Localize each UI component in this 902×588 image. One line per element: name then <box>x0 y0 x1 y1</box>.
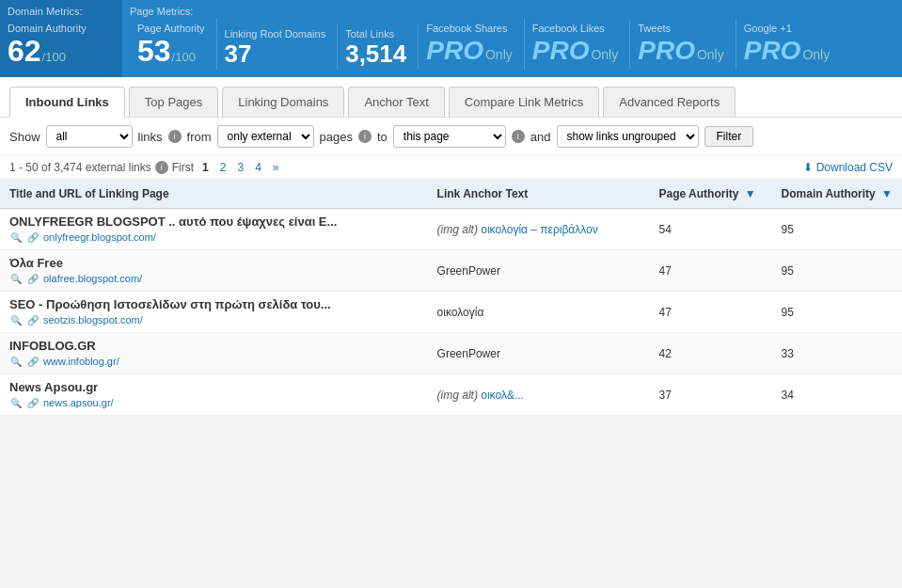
row-0-url-row: 🔍🔗onlyfreegr.blogspot.com/ <box>9 230 419 244</box>
facebook-shares-block: Facebook Shares PRO Only <box>419 19 524 70</box>
col-anchor: Link Anchor Text <box>428 180 650 209</box>
facebook-shares-pro-text: PRO <box>426 36 483 66</box>
tweets-only-text: Only <box>697 47 724 62</box>
first-label: First <box>172 161 194 174</box>
results-summary: 1 - 50 of 3,474 external links <box>9 161 151 174</box>
filter-button[interactable]: Filter <box>704 126 754 147</box>
facebook-shares-label: Facebook Shares <box>426 23 507 34</box>
to-info-icon[interactable]: i <box>512 130 525 143</box>
tabs-container: Inbound Links Top Pages Linking Domains … <box>0 77 902 118</box>
facebook-likes-pro: PRO Only <box>532 36 618 66</box>
col-pa[interactable]: Page Authority ▼ <box>650 180 772 209</box>
domain-metrics-section: Domain Metrics: Domain Authority 62 /100 <box>0 0 122 77</box>
domain-authority-label: Domain Authority <box>8 23 87 34</box>
search-icon[interactable]: 🔍 <box>9 355 23 368</box>
row-1-anchor-cell: GreenPower <box>428 250 650 292</box>
row-4-anchor-text: οικολ&... <box>481 389 524 402</box>
to-label: to <box>377 130 388 144</box>
row-4-url[interactable]: news.apsou.gr/ <box>43 397 114 408</box>
facebook-shares-pro: PRO Only <box>426 36 512 66</box>
link-icon[interactable]: 🔗 <box>26 230 40 244</box>
row-0-anchor-text: οικολογία – περιβάλλον <box>481 223 598 236</box>
row-0-pa: 54 <box>650 209 772 250</box>
to-select[interactable]: this page this root domain this subdomai… <box>393 125 506 148</box>
da-sort-icon: ▼ <box>881 187 893 200</box>
download-csv-button[interactable]: ⬇ Download CSV <box>803 161 893 174</box>
pages-info-icon[interactable]: i <box>358 130 372 143</box>
row-1-title-text: Όλα Free <box>9 256 63 270</box>
row-4-title-text: News Apsou.gr <box>9 380 98 394</box>
links-label: links <box>138 130 163 144</box>
tab-top-pages[interactable]: Top Pages <box>129 87 218 117</box>
google-plus-label: Google +1 <box>744 23 792 34</box>
page-metrics-inner: Page Authority 53 /100 Linking Root Doma… <box>122 19 902 70</box>
pa-sort-icon: ▼ <box>745 187 756 200</box>
google-plus-pro: PRO Only <box>744 36 830 66</box>
page-link-next[interactable]: » <box>268 160 284 175</box>
show-select[interactable]: all followed nofollowed <box>46 125 133 148</box>
row-3-pa: 42 <box>650 333 772 374</box>
img-alt-label: (img alt) <box>437 223 482 236</box>
links-info-icon[interactable]: i <box>168 130 182 143</box>
row-3-url[interactable]: www.infoblog.gr/ <box>43 356 119 367</box>
row-4-title-cell: News Apsou.gr🔍🔗news.apsou.gr/ <box>0 374 428 416</box>
table-row: INFOBLOG.GR🔍🔗www.infoblog.gr/GreenPower4… <box>0 333 902 374</box>
page-authority-value: 53 <box>137 36 171 66</box>
tab-compare-link-metrics[interactable]: Compare Link Metrics <box>449 87 599 117</box>
page-link-3[interactable]: 3 <box>232 160 248 175</box>
row-3-title-cell: INFOBLOG.GR🔍🔗www.infoblog.gr/ <box>0 333 428 374</box>
link-icon[interactable]: 🔗 <box>26 355 40 368</box>
domain-authority-value: 62 <box>8 36 41 66</box>
col-da[interactable]: Domain Authority ▼ <box>772 180 902 209</box>
link-icon[interactable]: 🔗 <box>26 396 40 409</box>
table-row: SEO - Προώθηση Ιστοσελίδων στη πρώτη σελ… <box>0 292 902 333</box>
row-3-da: 33 <box>772 333 902 374</box>
tab-linking-domains[interactable]: Linking Domains <box>222 87 344 117</box>
group-select[interactable]: show links ungrouped show links grouped <box>557 125 699 148</box>
tab-advanced-reports[interactable]: Advanced Reports <box>603 87 736 117</box>
page-authority-block: Page Authority 53 /100 <box>130 19 217 70</box>
search-icon[interactable]: 🔍 <box>9 313 23 326</box>
show-label: Show <box>9 130 40 144</box>
results-info-icon[interactable]: i <box>155 161 168 174</box>
total-links-label: Total Links <box>345 28 394 40</box>
table-row: ONLYFREEGR BLOGSPOT .. αυτό που έψαχνες … <box>0 209 902 250</box>
row-1-title-cell: Όλα Free🔍🔗olafree.blogspot.com/ <box>0 250 428 292</box>
row-1-da: 95 <box>772 250 902 292</box>
col-title-url: Title and URL of Linking Page <box>0 180 428 209</box>
facebook-shares-only-text: Only <box>485 47 513 62</box>
row-4-url-row: 🔍🔗news.apsou.gr/ <box>9 396 419 409</box>
link-icon[interactable]: 🔗 <box>26 313 40 326</box>
domain-metrics-label: Domain Metrics: <box>0 0 122 19</box>
row-2-title-cell: SEO - Προώθηση Ιστοσελίδων στη πρώτη σελ… <box>0 292 428 333</box>
row-4-pa: 37 <box>650 374 772 416</box>
page-link-4[interactable]: 4 <box>250 160 266 175</box>
tab-anchor-text[interactable]: Anchor Text <box>348 87 444 117</box>
row-4-title: News Apsou.gr <box>9 380 419 394</box>
linking-root-domains-block: Linking Root Domains 37 <box>217 24 339 70</box>
tab-inbound-links[interactable]: Inbound Links <box>9 87 125 118</box>
search-icon[interactable]: 🔍 <box>9 396 23 409</box>
search-icon[interactable]: 🔍 <box>9 230 23 244</box>
page-links: 1 2 3 4 » <box>198 160 283 175</box>
row-2-url[interactable]: seotzis.blogspot.com/ <box>43 314 143 326</box>
download-csv-label: Download CSV <box>816 161 893 174</box>
page-link-1[interactable]: 1 <box>198 160 214 175</box>
row-2-title-text: SEO - Προώθηση Ιστοσελίδων στη πρώτη σελ… <box>9 297 331 311</box>
pages-label: pages <box>320 130 353 144</box>
google-plus-only-text: Only <box>802 47 830 62</box>
row-2-title: SEO - Προώθηση Ιστοσελίδων στη πρώτη σελ… <box>9 297 419 311</box>
inbound-links-table: Title and URL of Linking Page Link Ancho… <box>0 180 902 416</box>
row-1-url[interactable]: olafree.blogspot.com/ <box>43 273 142 284</box>
row-0-da: 95 <box>772 209 902 250</box>
results-row: 1 - 50 of 3,474 external links i First 1… <box>0 156 902 180</box>
link-icon[interactable]: 🔗 <box>26 272 40 285</box>
tweets-pro: PRO Only <box>638 36 723 66</box>
from-label: from <box>187 130 212 144</box>
search-icon[interactable]: 🔍 <box>9 272 23 285</box>
tweets-pro-text: PRO <box>638 36 695 66</box>
row-0-url[interactable]: onlyfreegr.blogspot.com/ <box>43 231 156 243</box>
tweets-label: Tweets <box>638 23 671 34</box>
page-link-2[interactable]: 2 <box>215 160 231 175</box>
from-select[interactable]: only external only internal all <box>217 125 314 148</box>
